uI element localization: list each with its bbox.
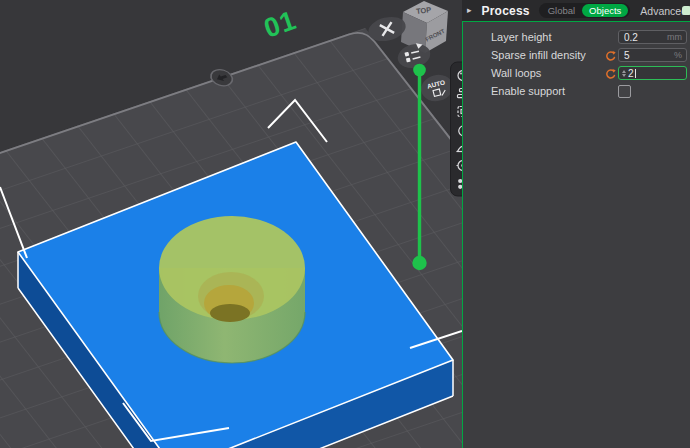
panel-title: Process [482,4,530,18]
viewport-toolbar [451,62,463,196]
setting-label: Sparse infill density [491,49,605,61]
layer-height-field[interactable]: mm [618,30,687,44]
setting-row-layer-height: Layer height mm [491,30,687,44]
scope-segmented-control: Global Objects [539,3,631,18]
setting-label: Enable support [491,85,605,97]
tab-global[interactable]: Global [541,4,582,17]
process-settings-list: Layer height mm Sparse infill density % [462,21,690,448]
slicer-app-window: 01 TOP FRO [0,0,690,448]
wall-loops-field[interactable]: 2 [618,66,687,80]
collapse-panel-icon[interactable]: ▸ [467,6,472,15]
stepper-arrows[interactable] [619,70,628,77]
tab-objects[interactable]: Objects [582,4,628,17]
process-panel-header: ▸ Process Global Objects Advanced » [462,0,690,21]
toggle-knob [682,6,690,15]
advanced-label: Advanced [640,5,687,17]
sparse-infill-field[interactable]: % [618,48,687,62]
setting-row-wall-loops: Wall loops 2 [491,66,687,80]
object-green-cylinder[interactable] [159,216,305,363]
wall-loops-value: 2 [628,68,634,79]
clip-slider-bottom-handle[interactable] [412,256,426,270]
text-caret [635,69,636,78]
setting-row-sparse-infill: Sparse infill density % [491,48,687,62]
viewport-3d[interactable]: 01 TOP FRO [0,0,462,448]
sparse-infill-input[interactable] [619,49,686,61]
setting-label: Wall loops [491,67,605,79]
modified-reset-icon[interactable] [605,68,616,79]
setting-label: Layer height [491,31,605,43]
modified-reset-icon[interactable] [605,50,616,61]
clip-slider-top-handle[interactable] [413,64,426,77]
nav-cube-top-label: TOP [416,5,432,16]
enable-support-checkbox[interactable] [618,85,631,98]
setting-row-enable-support: Enable support [491,84,687,98]
layer-height-input[interactable] [619,31,686,43]
process-panel: ▸ Process Global Objects Advanced » [462,0,690,448]
